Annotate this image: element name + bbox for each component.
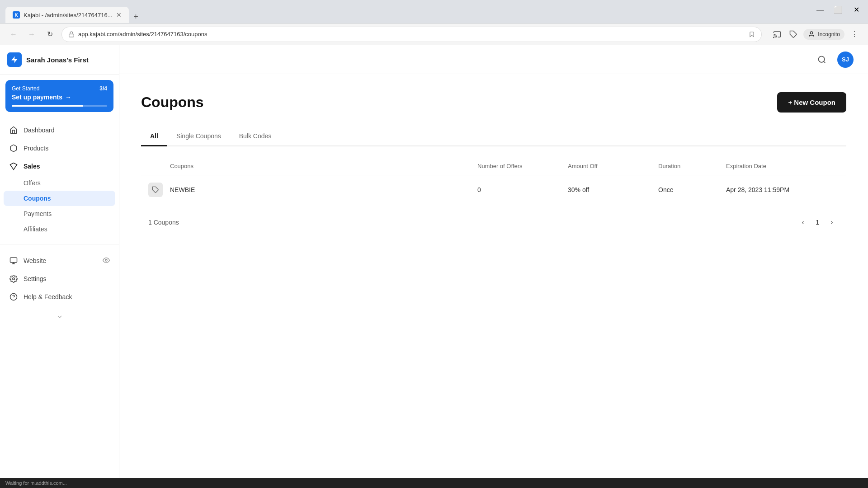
home-icon (9, 126, 18, 135)
restore-button[interactable]: ⬜ (832, 4, 844, 16)
get-started-label: Get Started (12, 85, 39, 92)
reload-button[interactable]: ↻ (43, 28, 56, 41)
svg-marker-4 (10, 163, 17, 170)
forward-button[interactable]: → (25, 28, 38, 41)
sidebar-item-label-products: Products (24, 145, 48, 152)
back-button[interactable]: ← (7, 28, 20, 41)
active-tab[interactable]: K Kajabi - /admin/sites/214764716... ✕ (5, 7, 129, 23)
table-header: Coupons Number of Offers Amount Off Dura… (141, 157, 846, 175)
get-started-title: Set up payments → (12, 94, 107, 101)
svg-point-1 (774, 37, 774, 38)
row-offers: 0 (477, 186, 568, 193)
sidebar-item-website[interactable]: Website (0, 252, 119, 270)
eye-icon[interactable] (103, 257, 110, 265)
sidebar-item-payments[interactable]: Payments (0, 206, 119, 221)
new-coupon-button[interactable]: + New Coupon (777, 92, 846, 113)
tab-bulk-codes[interactable]: Bulk Codes (230, 127, 281, 146)
minimize-button[interactable]: — (814, 4, 826, 16)
sidebar-item-settings[interactable]: Settings (0, 270, 119, 288)
tab-close-button[interactable]: ✕ (116, 11, 122, 19)
box-icon (9, 144, 18, 153)
cast-icon[interactable] (771, 28, 783, 41)
status-text: Waiting for m.addthis.com... (5, 480, 67, 486)
svg-point-8 (105, 259, 107, 261)
sidebar-sub-label-affiliates: Affiliates (24, 225, 47, 233)
status-bar: Waiting for m.addthis.com... (0, 478, 868, 488)
pagination: 1 Coupons ‹ 1 › (141, 204, 846, 230)
brand-name: Sarah Jonas's First (26, 56, 89, 64)
bookmark-icon[interactable] (749, 31, 755, 38)
sidebar-item-products[interactable]: Products (0, 139, 119, 157)
table-row[interactable]: NEWBIE 0 30% off Once Apr 28, 2023 11:59… (141, 175, 846, 204)
sidebar-item-label-help: Help & Feedback (24, 293, 72, 300)
col-coupons: Coupons (170, 163, 477, 169)
pagination-controls: ‹ 1 › (796, 215, 839, 230)
sidebar-item-help[interactable]: Help & Feedback (0, 288, 119, 306)
sidebar-divider (0, 244, 119, 244)
main-content-area: SJ Coupons + New Coupon All Single Coupo… (119, 45, 868, 478)
toolbar-icons: Incognito ⋮ (771, 28, 861, 41)
search-button[interactable] (814, 52, 830, 68)
url-text: app.kajabi.com/admin/sites/2147647163/co… (78, 31, 745, 38)
row-expiration: Apr 28, 2023 11:59PM (726, 186, 839, 193)
main-header: SJ (119, 45, 868, 74)
sidebar-item-label-website: Website (24, 257, 46, 264)
svg-rect-0 (69, 34, 74, 37)
get-started-progress-bar (12, 105, 107, 107)
tab-all[interactable]: All (141, 127, 167, 146)
avatar[interactable]: SJ (837, 52, 854, 68)
tab-single-coupons[interactable]: Single Coupons (167, 127, 230, 146)
sidebar-item-offers[interactable]: Offers (0, 175, 119, 191)
sidebar-item-dashboard[interactable]: Dashboard (0, 121, 119, 139)
browser-toolbar: ← → ↻ app.kajabi.com/admin/sites/2147647… (0, 23, 868, 45)
incognito-icon (808, 31, 815, 38)
address-bar[interactable]: app.kajabi.com/admin/sites/2147647163/co… (61, 27, 762, 42)
close-button[interactable]: ✕ (850, 4, 863, 16)
menu-icon[interactable]: ⋮ (848, 28, 861, 41)
sidebar-sub-label-coupons: Coupons (24, 195, 51, 202)
diamond-icon (9, 162, 18, 171)
question-icon (9, 292, 18, 301)
get-started-banner[interactable]: Get Started 3/4 Set up payments → (5, 80, 113, 112)
prev-page-button[interactable]: ‹ (796, 215, 810, 230)
svg-rect-5 (10, 258, 17, 263)
sidebar-item-label-sales: Sales (24, 163, 40, 170)
svg-line-13 (824, 61, 826, 63)
gear-icon (9, 274, 18, 283)
sidebar-item-label-dashboard: Dashboard (24, 127, 55, 134)
extensions-icon[interactable] (787, 28, 800, 41)
sidebar-item-affiliates[interactable]: Affiliates (0, 221, 119, 237)
brand-icon (7, 52, 22, 67)
row-coupon-name: NEWBIE (170, 186, 477, 193)
get-started-progress: 3/4 (99, 85, 107, 92)
lock-icon (68, 31, 75, 38)
page-header: Coupons + New Coupon (141, 92, 846, 113)
main-nav: Dashboard Products Sales Offers (0, 117, 119, 240)
svg-point-12 (819, 56, 825, 62)
row-icon-cell (148, 183, 170, 197)
sidebar-sub-label-offers: Offers (24, 179, 41, 187)
sidebar-item-sales[interactable]: Sales (0, 157, 119, 175)
coupons-table: Coupons Number of Offers Amount Off Dura… (141, 157, 846, 204)
svg-point-3 (811, 32, 813, 34)
sidebar-sub-label-payments: Payments (24, 210, 52, 217)
scroll-down-indicator[interactable] (0, 310, 119, 324)
sidebar-item-coupons[interactable]: Coupons (4, 191, 115, 206)
sidebar: Sarah Jonas's First Get Started 3/4 Set … (0, 45, 119, 478)
row-duration: Once (658, 186, 726, 193)
monitor-icon (9, 256, 18, 265)
tab-title: Kajabi - /admin/sites/214764716... (24, 12, 113, 19)
col-offers: Number of Offers (477, 163, 568, 169)
sidebar-header: Sarah Jonas's First (0, 45, 119, 75)
new-tab-button[interactable]: + (130, 10, 142, 23)
coupon-icon (148, 183, 163, 197)
app: Sarah Jonas's First Get Started 3/4 Set … (0, 45, 868, 478)
incognito-label: Incognito (818, 31, 840, 38)
search-icon (817, 55, 826, 64)
tab-bar: All Single Coupons Bulk Codes (141, 127, 846, 146)
next-page-button[interactable]: › (825, 215, 839, 230)
row-amount: 30% off (568, 186, 658, 193)
get-started-progress-fill (12, 105, 83, 107)
col-duration: Duration (658, 163, 726, 169)
incognito-button[interactable]: Incognito (803, 29, 844, 40)
